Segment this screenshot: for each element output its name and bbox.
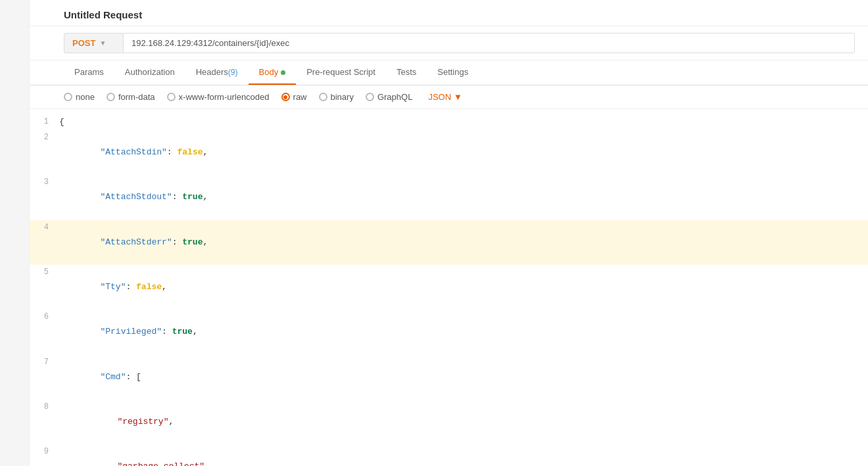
json-type-chevron-icon: ▼ (454, 92, 462, 102)
radio-raw-circle (281, 93, 290, 101)
line-number-2: 2 (30, 131, 59, 144)
line-content-6: "Privileged": true, (59, 310, 198, 354)
tab-tests[interactable]: Tests (386, 60, 427, 85)
radio-urlencoded-label: x-www-form-urlencoded (179, 92, 270, 102)
radio-graphql-label: GraphQL (377, 92, 412, 102)
url-bar: POST ▼ (30, 26, 868, 60)
json-type-dropdown[interactable]: JSON ▼ (428, 92, 462, 102)
radio-none-circle (64, 93, 72, 101)
tab-settings[interactable]: Settings (427, 60, 479, 85)
tab-params[interactable]: Params (64, 60, 114, 85)
code-line-1: 1 { (30, 114, 868, 130)
code-line-2: 2 "AttachStdin": false, (30, 130, 868, 175)
code-line-5: 5 "Tty": false, (30, 265, 868, 310)
line-number-5: 5 (30, 266, 59, 279)
radio-form-data-label: form-data (118, 92, 155, 102)
request-title: Untitled Request (30, 0, 868, 26)
line-number-6: 6 (30, 310, 59, 323)
tab-body[interactable]: Body (249, 60, 297, 85)
radio-raw[interactable]: raw (281, 92, 307, 102)
radio-form-data[interactable]: form-data (107, 92, 155, 102)
code-line-9: 9 "garbage-collect", (30, 444, 868, 466)
code-line-4: 4 "AttachStderr": true, (30, 220, 868, 265)
line-content-7: "Cmd": [ (59, 356, 141, 399)
radio-raw-label: raw (293, 92, 307, 102)
line-content-1: { (59, 115, 64, 129)
request-tabs: Params Authorization Headers(9) Body Pre… (30, 60, 868, 85)
radio-binary-circle (319, 93, 327, 101)
tab-pre-request-script[interactable]: Pre-request Script (296, 60, 386, 85)
code-line-8: 8 "registry", (30, 400, 868, 444)
code-editor[interactable]: 1 { 2 "AttachStdin": false, 3 "AttachStd… (30, 109, 868, 466)
line-content-8: "registry", (59, 400, 174, 444)
radio-binary-label: binary (331, 92, 354, 102)
code-line-6: 6 "Privileged": true, (30, 310, 868, 354)
line-number-1: 1 (30, 115, 59, 128)
json-type-label: JSON (428, 92, 451, 102)
line-number-9: 9 (30, 445, 59, 458)
line-content-2: "AttachStdin": false, (59, 131, 208, 174)
line-number-3: 3 (30, 175, 59, 189)
headers-badge: (9) (228, 68, 238, 77)
body-dot (281, 70, 285, 75)
radio-urlencoded[interactable]: x-www-form-urlencoded (167, 92, 270, 102)
line-number-8: 8 (30, 400, 59, 413)
tab-authorization[interactable]: Authorization (114, 60, 185, 85)
code-line-7: 7 "Cmd": [ (30, 355, 868, 400)
method-chevron-icon: ▼ (99, 39, 106, 47)
line-content-9: "garbage-collect", (59, 445, 210, 466)
radio-form-data-circle (107, 93, 115, 101)
tab-headers[interactable]: Headers(9) (185, 60, 249, 85)
line-number-7: 7 (30, 356, 59, 369)
radio-graphql-circle (366, 93, 374, 101)
line-content-5: "Tty": false, (59, 266, 167, 309)
code-line-3: 3 "AttachStdout": true, (30, 175, 868, 220)
line-content-3: "AttachStdout": true, (59, 175, 208, 219)
radio-graphql[interactable]: GraphQL (366, 92, 412, 102)
line-content-4: "AttachStderr": true, (59, 221, 208, 264)
method-label: POST (72, 38, 95, 48)
sidebar (0, 0, 30, 466)
radio-binary[interactable]: binary (319, 92, 354, 102)
url-input[interactable] (123, 33, 855, 53)
radio-none[interactable]: none (64, 92, 95, 102)
body-type-row: none form-data x-www-form-urlencoded raw… (30, 85, 868, 109)
radio-none-label: none (76, 92, 95, 102)
method-select[interactable]: POST ▼ (64, 33, 123, 53)
line-number-4: 4 (30, 221, 59, 234)
radio-urlencoded-circle (167, 93, 176, 101)
